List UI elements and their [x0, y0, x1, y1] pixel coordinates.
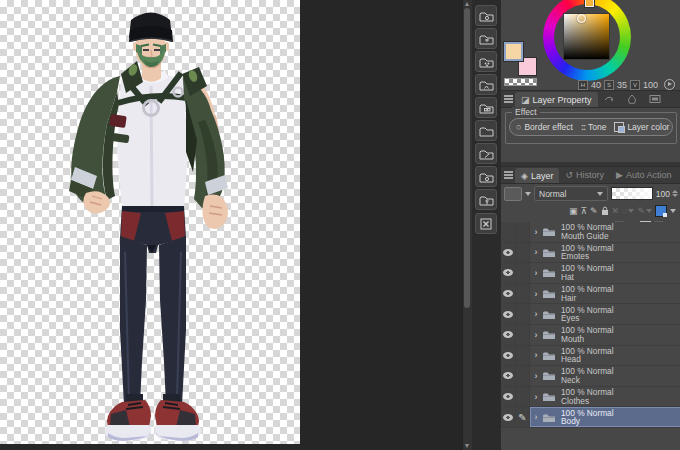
expand-arrow-icon[interactable]: ›: [532, 412, 540, 422]
expand-arrow-icon[interactable]: ›: [532, 268, 540, 278]
edit-cell[interactable]: ✎: [516, 222, 530, 242]
panel-menu-icon[interactable]: [501, 91, 515, 107]
effect-group: Effect ○ Border effect :: Tone Layer col…: [505, 112, 677, 144]
scroll-up-icon[interactable]: ▲: [463, 0, 471, 8]
hue-marker[interactable]: [585, 0, 594, 7]
lock-transparent-icon[interactable]: ✕: [612, 206, 620, 216]
layer-row-hair[interactable]: ✎ › 100 % NormalHair: [501, 284, 680, 305]
visibility-toggle[interactable]: [501, 304, 516, 324]
layer-row-mouth-guide[interactable]: ✎ › 100 % NormalMouth Guide: [501, 222, 680, 243]
material-figure-folder-icon[interactable]: [475, 189, 497, 210]
opacity-slider[interactable]: [611, 187, 653, 200]
edit-cell[interactable]: ✎: [516, 346, 530, 366]
lock-icon[interactable]: [601, 206, 609, 216]
layer-name: Mouth Guide: [561, 232, 614, 241]
edit-cell[interactable]: ✎: [516, 387, 530, 407]
layer-row-eyes[interactable]: ✎ › 100 % NormalEyes: [501, 304, 680, 325]
layer-row-mouth[interactable]: ✎ › 100 % NormalMouth: [501, 325, 680, 346]
border-effect-label: Border effect: [524, 122, 573, 132]
opacity-value: 100: [656, 189, 670, 199]
ruler-icon[interactable]: ⊼: [580, 206, 587, 216]
visibility-toggle[interactable]: [501, 325, 516, 345]
saturation-value-picker[interactable]: [564, 14, 609, 59]
pencil-icon: ✎: [518, 412, 526, 423]
palette-color-chip[interactable]: [655, 205, 667, 217]
layer-row-clothes[interactable]: ✎ › 100 % NormalClothes: [501, 387, 680, 408]
folder-icon: [542, 329, 556, 340]
expand-arrow-icon[interactable]: ›: [532, 350, 540, 360]
visibility-toggle[interactable]: [501, 366, 516, 386]
material-close-icon[interactable]: [475, 213, 497, 234]
edit-cell[interactable]: ✎: [516, 263, 530, 283]
tone-button[interactable]: :: Tone: [581, 122, 606, 132]
material-halftone-folder-icon[interactable]: [475, 51, 497, 72]
edit-cell[interactable]: ✎: [516, 407, 530, 427]
reference-pen-icon[interactable]: ✎: [637, 206, 652, 216]
tab-tool-property-icon[interactable]: [598, 91, 621, 107]
expand-arrow-icon[interactable]: ›: [532, 289, 540, 299]
chevron-down-icon[interactable]: [670, 209, 676, 213]
material-photo-folder-icon[interactable]: [475, 166, 497, 187]
material-plain-folder-icon[interactable]: [475, 120, 497, 141]
expand-arrow-icon[interactable]: ›: [532, 392, 540, 402]
expand-arrow-icon[interactable]: ›: [532, 330, 540, 340]
border-effect-button[interactable]: ○ Border effect: [516, 122, 573, 132]
layer-row-body[interactable]: ✎ › 100 % NormalBody: [501, 407, 680, 428]
tab-history[interactable]: ↺ History: [559, 167, 610, 183]
canvas[interactable]: [0, 0, 300, 444]
auto-action-icon: ▶: [616, 170, 623, 180]
transparent-color-swatch[interactable]: [504, 78, 537, 86]
opacity-spinner[interactable]: [672, 190, 678, 197]
sv-marker[interactable]: [577, 14, 586, 23]
canvas-vertical-scrollbar[interactable]: ▲ ▼: [462, 0, 472, 450]
layer-row-hat[interactable]: ✎ › 100 % NormalHat: [501, 263, 680, 284]
expand-arrow-icon[interactable]: ›: [532, 247, 540, 257]
visibility-toggle[interactable]: [501, 243, 516, 263]
material-edit-folder-icon[interactable]: [475, 143, 497, 164]
visibility-toggle[interactable]: [501, 222, 516, 242]
layer-color-button[interactable]: Layer color: [614, 122, 669, 132]
selection-icon[interactable]: ◌: [622, 206, 634, 216]
panel-menu-icon[interactable]: [501, 167, 515, 183]
edit-cell[interactable]: ✎: [516, 284, 530, 304]
primary-color-swatch[interactable]: [504, 42, 523, 61]
hue-icon: H: [578, 80, 588, 90]
layer-name: Neck: [561, 376, 614, 385]
color-mode-toggle-icon[interactable]: [664, 79, 675, 90]
layer-row-neck[interactable]: ✎ › 100 % NormalNeck: [501, 366, 680, 387]
scrollbar-thumb[interactable]: [464, 8, 470, 308]
canvas-area: [0, 0, 462, 450]
edit-cell[interactable]: ✎: [516, 304, 530, 324]
material-picture-folder-icon[interactable]: [475, 74, 497, 95]
material-image-folder-icon[interactable]: [475, 5, 497, 26]
tab-layer-property[interactable]: ◪ Layer Property: [515, 92, 598, 107]
palette-thumbnail[interactable]: [504, 187, 522, 201]
edit-cell[interactable]: ✎: [516, 325, 530, 345]
pen-keep-icon[interactable]: ✎: [590, 206, 598, 216]
edit-cell[interactable]: ✎: [516, 366, 530, 386]
visibility-toggle[interactable]: [501, 387, 516, 407]
layer-row-emotes[interactable]: ✎ › 100 % NormalEmotes: [501, 243, 680, 264]
chevron-down-icon[interactable]: [525, 192, 531, 196]
layer-list: ✎ › 100 % NormalMouth Guide ✎ › 100 % No…: [501, 222, 680, 450]
expand-arrow-icon[interactable]: ›: [532, 371, 540, 381]
visibility-toggle[interactable]: [501, 407, 516, 427]
layer-row-head[interactable]: ✎ › 100 % NormalHead: [501, 346, 680, 367]
tab-layer[interactable]: ◈ Layer: [515, 168, 559, 183]
tab-sub-tool-icon[interactable]: [621, 91, 643, 107]
material-pattern-folder-icon[interactable]: [475, 28, 497, 49]
history-icon: ↺: [565, 170, 573, 180]
tab-navigator-icon[interactable]: [643, 91, 667, 107]
tone-icon: ::: [581, 122, 585, 132]
clip-to-layer-icon[interactable]: ▣: [569, 206, 578, 216]
expand-arrow-icon[interactable]: ›: [532, 227, 540, 237]
expand-arrow-icon[interactable]: ›: [532, 309, 540, 319]
blend-mode-select[interactable]: Normal: [534, 186, 608, 201]
visibility-toggle[interactable]: [501, 284, 516, 304]
visibility-toggle[interactable]: [501, 263, 516, 283]
scroll-down-icon[interactable]: ▼: [463, 442, 471, 450]
material-blocks-folder-icon[interactable]: [475, 97, 497, 118]
edit-cell[interactable]: ✎: [516, 243, 530, 263]
visibility-toggle[interactable]: [501, 346, 516, 366]
tab-auto-action[interactable]: ▶ Auto Action: [610, 167, 677, 183]
